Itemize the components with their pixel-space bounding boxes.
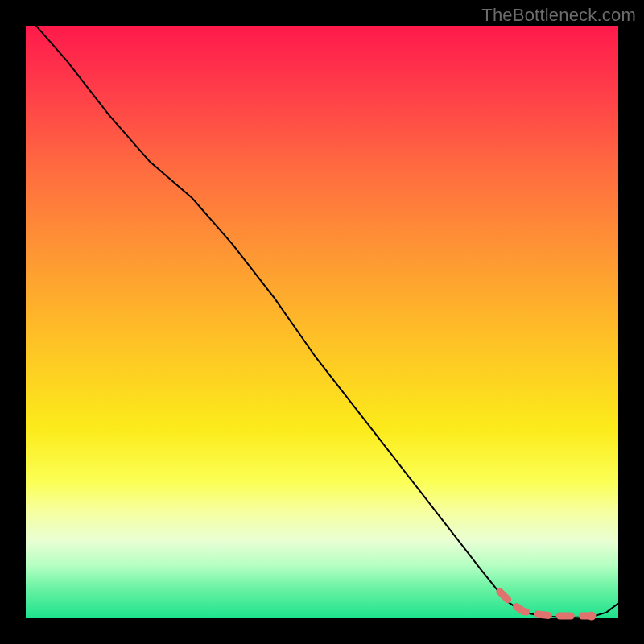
black-curve-path — [26, 14, 618, 617]
chart-frame: TheBottleneck.com — [0, 0, 644, 644]
plot-area — [26, 26, 618, 618]
watermark-text: TheBottleneck.com — [481, 5, 636, 26]
pink-highlight-path — [500, 592, 592, 616]
pink-end-dot — [587, 612, 596, 621]
chart-svg — [26, 26, 618, 618]
